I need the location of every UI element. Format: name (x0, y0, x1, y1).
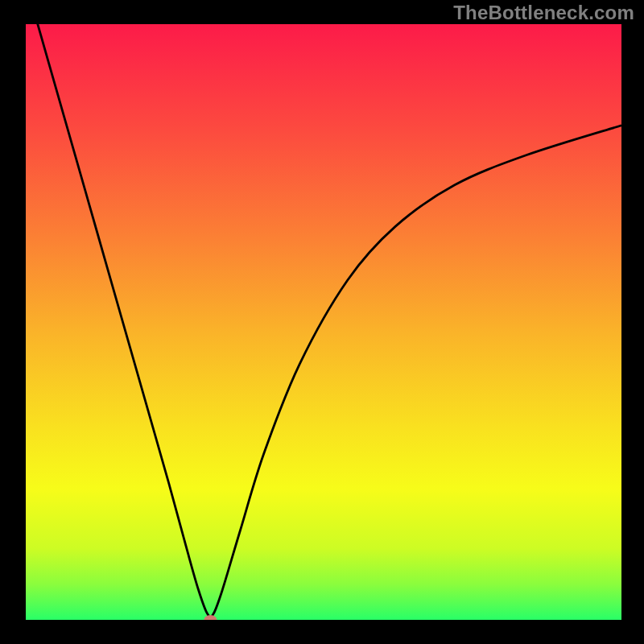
chart-container: TheBottleneck.com (0, 0, 644, 644)
plot-background (26, 24, 621, 620)
chart-svg (0, 0, 644, 644)
watermark-label: TheBottleneck.com (453, 2, 634, 24)
